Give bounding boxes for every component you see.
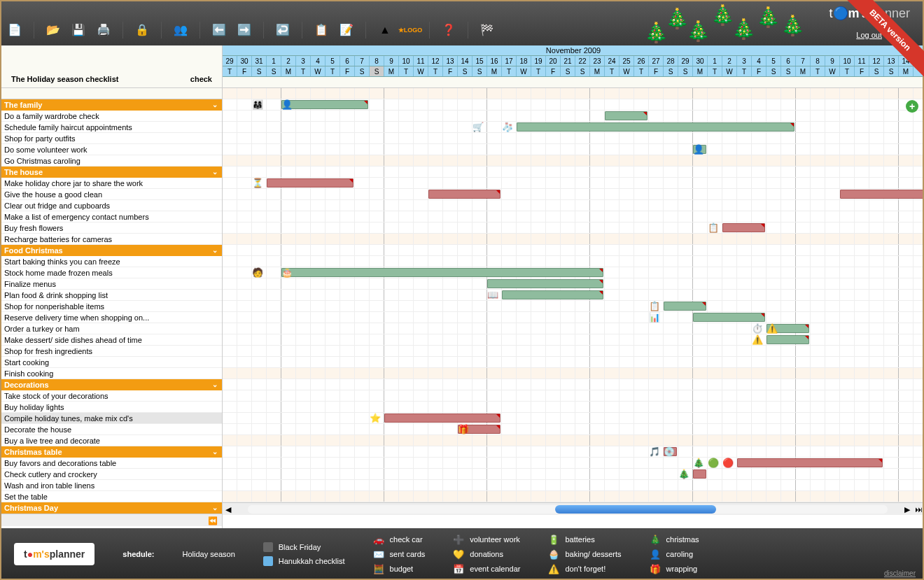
gantt-bar[interactable] (267, 178, 354, 188)
gantt-section-row[interactable] (223, 435, 924, 446)
gantt-task-row[interactable]: 📊 (223, 312, 924, 323)
split-icon[interactable]: ▲ (379, 24, 391, 36)
gantt-task-row[interactable] (223, 111, 924, 122)
dow-cell[interactable]: T (223, 66, 237, 76)
add-row-button[interactable]: + (906, 100, 918, 113)
gantt-task-row[interactable] (223, 357, 924, 368)
dow-cell[interactable]: M (281, 66, 296, 76)
gantt-body[interactable]: 👨‍👩‍👧👤🛒🧦👤⏳📋🧑🎂📖📋📊⏱️⚠️⚠️⭐🎁🎵💿🎄🟢🔴🎄 (223, 88, 924, 502)
scroll-right-button[interactable]: ▶ (902, 504, 913, 515)
gantt-task-row[interactable]: 🎵💿 (223, 446, 924, 458)
task-row[interactable]: Set the table (0, 491, 222, 502)
section-header[interactable]: The family⌄ (0, 99, 222, 111)
day-number-cell[interactable]: 7 (355, 56, 370, 66)
day-number-cell[interactable]: 2 (722, 56, 737, 66)
dow-cell[interactable]: T (296, 66, 311, 76)
task-row[interactable]: Do some volunteer work (0, 144, 222, 155)
gantt-section-row[interactable] (223, 88, 924, 99)
gantt-task-row[interactable]: ⏱️⚠️ (223, 323, 924, 334)
task-row[interactable]: Start baking thinks you can freeze (0, 256, 222, 267)
day-number-cell[interactable]: 30 (237, 56, 252, 66)
gantt-task-row[interactable] (223, 256, 924, 267)
gantt-task-row[interactable] (223, 278, 924, 290)
dow-cell[interactable]: F (855, 66, 869, 76)
day-number-cell[interactable]: 15 (472, 56, 487, 66)
dow-cell[interactable]: W (311, 66, 326, 76)
dow-cell[interactable]: S (664, 66, 678, 76)
section-header[interactable]: Christmas Day⌄ (0, 502, 222, 514)
task-row[interactable]: Do a family wardrobe check (0, 111, 222, 122)
day-number-cell[interactable]: 13 (443, 56, 458, 66)
task-row[interactable]: Buy a live tree and decorate (0, 435, 222, 446)
day-number-cell[interactable]: 1 (708, 56, 722, 66)
dow-cell[interactable]: S (252, 66, 267, 76)
task-row[interactable]: Finish cooking (0, 368, 222, 379)
dow-cell[interactable]: S (766, 66, 781, 76)
dow-cell[interactable]: W (517, 66, 531, 76)
day-number-cell[interactable]: 12 (869, 56, 884, 66)
scroll-end-button[interactable]: ⏭ (913, 504, 924, 515)
gantt-task-row[interactable] (223, 200, 924, 211)
gantt-bar[interactable] (428, 190, 500, 199)
dow-cell[interactable]: F (340, 66, 355, 76)
gantt-task-row[interactable]: 👨‍👩‍👧👤 (223, 99, 924, 111)
gantt-bar[interactable] (517, 122, 794, 132)
day-number-cell[interactable]: 14 (458, 56, 472, 66)
day-number-cell[interactable]: 27 (649, 56, 664, 66)
gantt-bar[interactable] (502, 290, 603, 299)
task-row[interactable]: Buy fresh flowers (0, 222, 222, 234)
scroll-left-button[interactable]: ◀ (223, 504, 234, 515)
day-number-cell[interactable]: 7 (796, 56, 811, 66)
gantt-task-row[interactable]: 🎁 (223, 424, 924, 435)
gantt-task-row[interactable]: 📋 (223, 301, 924, 312)
task-row[interactable]: Wash and iron table linens (0, 480, 222, 491)
task-row[interactable]: Order a turkey or ham (0, 323, 222, 334)
day-number-cell[interactable]: 31 (252, 56, 267, 66)
day-number-cell[interactable]: 2 (281, 56, 296, 66)
scroll-thumb[interactable] (555, 505, 716, 514)
dow-cell[interactable]: S (472, 66, 487, 76)
gantt-task-row[interactable]: 📋 (223, 222, 924, 234)
day-number-cell[interactable]: 9 (384, 56, 399, 66)
dow-cell[interactable]: F (649, 66, 664, 76)
gantt-task-row[interactable]: ⚠️ (223, 334, 924, 346)
day-number-cell[interactable]: 10 (840, 56, 855, 66)
day-number-cell[interactable]: 25 (620, 56, 634, 66)
day-number-cell[interactable]: 20 (546, 56, 561, 66)
dow-cell[interactable]: M (590, 66, 605, 76)
day-number-cell[interactable]: 11 (855, 56, 869, 66)
dow-cell[interactable]: T (399, 66, 414, 76)
dow-cell[interactable]: S (561, 66, 575, 76)
dow-cell[interactable]: W (620, 66, 634, 76)
day-number-cell[interactable]: 8 (811, 56, 825, 66)
gantt-bar[interactable] (693, 313, 765, 322)
dow-cell[interactable]: F (752, 66, 766, 76)
logout-link[interactable]: Log out (856, 31, 882, 39)
day-number-cell[interactable]: 10 (399, 56, 414, 66)
dow-cell[interactable]: M (796, 66, 811, 76)
gantt-task-row[interactable]: 🎄 (223, 469, 924, 480)
day-number-cell[interactable]: 16 (487, 56, 502, 66)
dow-cell[interactable]: S (781, 66, 796, 76)
dow-cell[interactable]: W (414, 66, 428, 76)
print-icon[interactable]: 🖨️ (97, 24, 110, 36)
day-number-cell[interactable]: 21 (561, 56, 575, 66)
day-number-cell[interactable]: 29 (678, 56, 693, 66)
dow-cell[interactable]: S (575, 66, 590, 76)
gantt-task-row[interactable] (223, 379, 924, 390)
gantt-bar[interactable] (281, 268, 603, 277)
task-row[interactable]: Finalize menus (0, 278, 222, 290)
day-number-cell[interactable]: 5 (326, 56, 340, 66)
gantt-task-row[interactable] (223, 245, 924, 256)
gantt-task-row[interactable] (223, 390, 924, 402)
day-number-cell[interactable]: 3 (296, 56, 311, 66)
dow-cell[interactable]: T (708, 66, 722, 76)
task-row[interactable]: Reserve delivery time when shopping on..… (0, 312, 222, 323)
task-row[interactable]: Decorate the house (0, 424, 222, 435)
day-number-cell[interactable]: 17 (502, 56, 517, 66)
scroll-track[interactable] (248, 505, 888, 514)
note-icon[interactable]: 📝 (340, 24, 353, 36)
day-number-cell[interactable]: 4 (311, 56, 326, 66)
dow-cell[interactable]: W (722, 66, 737, 76)
dow-cell[interactable]: T (428, 66, 443, 76)
